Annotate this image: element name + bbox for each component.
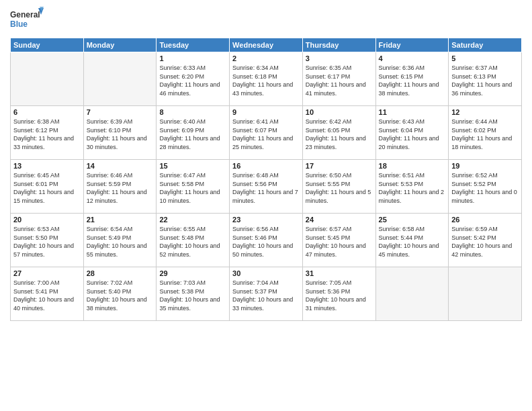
calendar-cell: 14Sunrise: 6:46 AMSunset: 5:59 PMDayligh… (83, 160, 157, 214)
calendar-cell: 23Sunrise: 6:56 AMSunset: 5:46 PMDayligh… (230, 214, 303, 267)
cell-info: Sunrise: 6:40 AMSunset: 6:09 PMDaylight:… (159, 118, 226, 151)
calendar-cell: 9Sunrise: 6:41 AMSunset: 6:07 PMDaylight… (230, 106, 303, 160)
day-number: 21 (87, 216, 154, 224)
calendar-week-0: 1Sunrise: 6:33 AMSunset: 6:20 PMDaylight… (11, 52, 522, 106)
calendar-cell: 7Sunrise: 6:39 AMSunset: 6:10 PMDaylight… (83, 106, 157, 160)
calendar-cell: 11Sunrise: 6:43 AMSunset: 6:04 PMDayligh… (375, 106, 449, 160)
calendar-cell: 17Sunrise: 6:50 AMSunset: 5:55 PMDayligh… (302, 160, 375, 214)
header: General Blue (10, 7, 522, 32)
logo-svg: General Blue (10, 7, 44, 32)
day-header-wednesday: Wednesday (230, 38, 303, 52)
calendar-cell: 8Sunrise: 6:40 AMSunset: 6:09 PMDaylight… (157, 106, 230, 160)
calendar-cell: 20Sunrise: 6:53 AMSunset: 5:50 PMDayligh… (11, 214, 84, 267)
day-number: 24 (306, 216, 373, 224)
cell-info: Sunrise: 6:56 AMSunset: 5:46 PMDaylight:… (232, 225, 300, 259)
cell-info: Sunrise: 6:45 AMSunset: 6:01 PMDaylight:… (13, 171, 81, 205)
day-number: 14 (87, 162, 154, 170)
calendar-cell: 19Sunrise: 6:52 AMSunset: 5:52 PMDayligh… (449, 160, 522, 214)
calendar-cell: 29Sunrise: 7:03 AMSunset: 5:38 PMDayligh… (157, 267, 230, 321)
day-number: 20 (13, 216, 81, 224)
day-number: 8 (159, 108, 226, 116)
cell-info: Sunrise: 6:33 AMSunset: 6:20 PMDaylight:… (159, 64, 226, 97)
calendar-cell: 31Sunrise: 7:05 AMSunset: 5:36 PMDayligh… (302, 267, 375, 321)
calendar-cell: 6Sunrise: 6:38 AMSunset: 6:12 PMDaylight… (11, 106, 84, 160)
day-number: 29 (159, 269, 226, 277)
calendar-cell: 15Sunrise: 6:47 AMSunset: 5:58 PMDayligh… (157, 160, 230, 214)
cell-info: Sunrise: 6:42 AMSunset: 6:05 PMDaylight:… (306, 118, 373, 151)
day-number: 19 (451, 162, 519, 170)
cell-info: Sunrise: 6:46 AMSunset: 5:59 PMDaylight:… (87, 171, 154, 205)
page: General Blue SundayMondayTuesdayWednesda… (0, 0, 532, 411)
day-number: 1 (159, 54, 226, 62)
calendar-cell: 12Sunrise: 6:44 AMSunset: 6:02 PMDayligh… (449, 106, 522, 160)
calendar-header-row: SundayMondayTuesdayWednesdayThursdayFrid… (11, 38, 522, 52)
day-header-sunday: Sunday (11, 38, 84, 52)
cell-info: Sunrise: 7:04 AMSunset: 5:37 PMDaylight:… (232, 279, 300, 312)
day-number: 15 (159, 162, 226, 170)
day-number: 4 (379, 54, 446, 62)
cell-info: Sunrise: 6:58 AMSunset: 5:44 PMDaylight:… (379, 225, 446, 259)
day-number: 23 (232, 216, 300, 224)
calendar-cell: 22Sunrise: 6:55 AMSunset: 5:48 PMDayligh… (157, 214, 230, 267)
cell-info: Sunrise: 6:50 AMSunset: 5:55 PMDaylight:… (306, 171, 373, 205)
calendar-cell: 16Sunrise: 6:48 AMSunset: 5:56 PMDayligh… (230, 160, 303, 214)
calendar-cell: 3Sunrise: 6:35 AMSunset: 6:17 PMDaylight… (302, 52, 375, 106)
svg-text:Blue: Blue (10, 19, 28, 29)
calendar-week-3: 20Sunrise: 6:53 AMSunset: 5:50 PMDayligh… (11, 214, 522, 267)
logo: General Blue (10, 7, 44, 32)
calendar-week-1: 6Sunrise: 6:38 AMSunset: 6:12 PMDaylight… (11, 106, 522, 160)
day-header-tuesday: Tuesday (157, 38, 230, 52)
cell-info: Sunrise: 6:37 AMSunset: 6:13 PMDaylight:… (451, 64, 519, 97)
cell-info: Sunrise: 7:05 AMSunset: 5:36 PMDaylight:… (306, 279, 373, 312)
day-number: 22 (159, 216, 226, 224)
svg-text:General: General (10, 10, 40, 19)
cell-info: Sunrise: 6:43 AMSunset: 6:04 PMDaylight:… (379, 118, 446, 151)
day-number: 9 (232, 108, 300, 116)
cell-info: Sunrise: 6:51 AMSunset: 5:53 PMDaylight:… (379, 171, 446, 205)
day-number: 28 (87, 269, 154, 277)
calendar-cell: 18Sunrise: 6:51 AMSunset: 5:53 PMDayligh… (375, 160, 449, 214)
calendar-cell: 27Sunrise: 7:00 AMSunset: 5:41 PMDayligh… (11, 267, 84, 321)
cell-info: Sunrise: 6:54 AMSunset: 5:49 PMDaylight:… (87, 225, 154, 259)
calendar-cell: 10Sunrise: 6:42 AMSunset: 6:05 PMDayligh… (302, 106, 375, 160)
day-header-thursday: Thursday (302, 38, 375, 52)
cell-info: Sunrise: 6:39 AMSunset: 6:10 PMDaylight:… (87, 118, 154, 151)
cell-info: Sunrise: 7:03 AMSunset: 5:38 PMDaylight:… (159, 279, 226, 312)
calendar-table: SundayMondayTuesdayWednesdayThursdayFrid… (10, 38, 522, 321)
day-number: 10 (306, 108, 373, 116)
cell-info: Sunrise: 6:55 AMSunset: 5:48 PMDaylight:… (159, 225, 226, 259)
cell-info: Sunrise: 6:53 AMSunset: 5:50 PMDaylight:… (13, 225, 81, 259)
calendar-cell: 30Sunrise: 7:04 AMSunset: 5:37 PMDayligh… (230, 267, 303, 321)
day-number: 11 (379, 108, 446, 116)
calendar-cell (449, 267, 522, 321)
cell-info: Sunrise: 6:47 AMSunset: 5:58 PMDaylight:… (159, 171, 226, 205)
calendar-cell: 28Sunrise: 7:02 AMSunset: 5:40 PMDayligh… (83, 267, 157, 321)
cell-info: Sunrise: 6:38 AMSunset: 6:12 PMDaylight:… (13, 118, 81, 151)
calendar-cell: 24Sunrise: 6:57 AMSunset: 5:45 PMDayligh… (302, 214, 375, 267)
calendar-cell: 21Sunrise: 6:54 AMSunset: 5:49 PMDayligh… (83, 214, 157, 267)
cell-info: Sunrise: 6:34 AMSunset: 6:18 PMDaylight:… (232, 64, 300, 97)
calendar-cell: 5Sunrise: 6:37 AMSunset: 6:13 PMDaylight… (449, 52, 522, 106)
day-number: 16 (232, 162, 300, 170)
day-header-friday: Friday (375, 38, 449, 52)
cell-info: Sunrise: 6:41 AMSunset: 6:07 PMDaylight:… (232, 118, 300, 151)
calendar-cell (375, 267, 449, 321)
cell-info: Sunrise: 7:00 AMSunset: 5:41 PMDaylight:… (13, 279, 81, 312)
day-number: 27 (13, 269, 81, 277)
calendar-cell: 4Sunrise: 6:36 AMSunset: 6:15 PMDaylight… (375, 52, 449, 106)
cell-info: Sunrise: 6:44 AMSunset: 6:02 PMDaylight:… (451, 118, 519, 151)
day-number: 6 (13, 108, 81, 116)
calendar-cell: 2Sunrise: 6:34 AMSunset: 6:18 PMDaylight… (230, 52, 303, 106)
day-number: 2 (232, 54, 300, 62)
day-number: 26 (451, 216, 519, 224)
calendar-week-2: 13Sunrise: 6:45 AMSunset: 6:01 PMDayligh… (11, 160, 522, 214)
day-number: 13 (13, 162, 81, 170)
calendar-cell: 1Sunrise: 6:33 AMSunset: 6:20 PMDaylight… (157, 52, 230, 106)
day-header-monday: Monday (83, 38, 157, 52)
day-number: 3 (306, 54, 373, 62)
calendar-cell (11, 52, 84, 106)
day-number: 7 (87, 108, 154, 116)
day-number: 17 (306, 162, 373, 170)
cell-info: Sunrise: 6:59 AMSunset: 5:42 PMDaylight:… (451, 225, 519, 259)
day-number: 5 (451, 54, 519, 62)
